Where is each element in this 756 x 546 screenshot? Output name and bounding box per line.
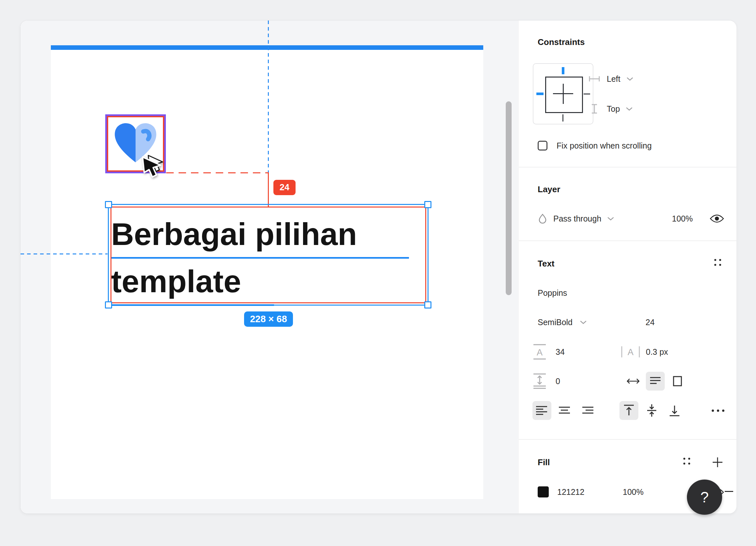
fill-hex-value[interactable]: 121212 [557,487,584,497]
chevron-down-icon [580,320,587,324]
fix-position-label: Fix position when scrolling [557,141,652,151]
constraint-bottom-tick[interactable] [562,114,563,122]
section-divider [519,439,736,440]
help-button[interactable]: ? [687,480,722,515]
fill-remove-icon[interactable] [725,491,733,492]
horizontal-constraint-value: Left [607,74,620,84]
selection-handle-bottom-right[interactable] [424,301,431,309]
section-divider [519,240,736,241]
chevron-down-icon [626,77,633,81]
constraints-widget[interactable] [533,63,593,124]
constraint-left-active-tick[interactable] [536,93,544,95]
text-align-left-button[interactable] [532,401,551,420]
paragraph-spacing-icon [533,373,546,389]
text-align-center-button[interactable] [555,401,574,420]
fill-opacity-value[interactable]: 100% [623,487,644,497]
chevron-down-icon [626,107,633,111]
blend-mode-value: Pass through [553,214,601,223]
line-height-icon: A [533,344,546,360]
line-height-value[interactable]: 34 [556,347,565,357]
spacing-badge: 24 [273,180,296,195]
app-window: 24 Berbagai pilihan template 228 × 68 [20,20,736,514]
canvas-area[interactable]: 24 Berbagai pilihan template 228 × 68 [21,21,518,513]
fill-color-swatch[interactable] [538,486,549,497]
svg-text:A: A [537,348,543,357]
text-section-title: Text [538,259,555,269]
blend-mode-droplet-icon [538,213,547,224]
resize-auto-width-button[interactable] [624,372,643,391]
text-more-options-icon[interactable] [712,409,724,412]
layer-visibility-eye-icon[interactable] [709,212,724,225]
letter-spacing-icon: A [620,344,641,359]
vertical-constraint-icon [588,103,601,114]
font-family-value: Poppins [538,288,567,298]
section-divider [519,167,736,167]
text-selection-box[interactable] [108,204,429,306]
layer-section-title: Layer [538,184,560,194]
help-button-label: ? [700,488,709,506]
font-family-dropdown[interactable]: Poppins [538,286,567,300]
text-align-right-button[interactable] [578,401,597,420]
constraint-right-tick[interactable] [584,93,590,94]
constraint-top-active-tick[interactable] [562,67,564,74]
vertical-constraint-dropdown[interactable]: Top [588,101,633,117]
text-styles-icon[interactable] [714,259,721,266]
letter-spacing-value[interactable]: 0.3 px [646,347,668,357]
horizontal-constraint-dropdown[interactable]: Left [588,71,633,87]
measure-line-dashed [166,172,268,173]
resize-auto-height-button[interactable] [646,372,665,391]
artboard-top-blue-bar[interactable] [51,45,483,50]
fix-position-checkbox[interactable] [538,141,547,151]
horizontal-constraint-icon [588,75,601,83]
svg-text:A: A [628,347,633,357]
constraints-section-title: Constraints [538,37,585,47]
vertical-align-bottom-button[interactable] [665,401,684,420]
selection-handle-bottom-left[interactable] [105,301,112,309]
properties-panel: Constraints Left Top [518,21,736,513]
blend-mode-dropdown[interactable]: Pass through [538,211,614,226]
constraints-widget-frame [545,77,583,113]
mouse-cursor-duplicate-icon [135,155,172,187]
font-size-input[interactable]: 24 [646,315,655,329]
vertical-guide-dashed [268,21,269,173]
vertical-constraint-value: Top [607,104,620,114]
paragraph-spacing-value[interactable]: 0 [556,377,560,386]
fill-add-icon[interactable] [712,456,723,469]
horizontal-guide-dashed [21,253,108,254]
resize-fixed-size-button[interactable] [668,372,687,391]
vertical-align-top-button[interactable] [619,401,638,420]
size-badge: 228 × 68 [244,311,293,327]
font-weight-dropdown[interactable]: SemiBold [538,315,587,329]
vertical-align-middle-button[interactable] [642,401,661,420]
selection-handle-top-left[interactable] [105,201,112,208]
fill-section-title: Fill [538,457,550,467]
font-weight-value: SemiBold [538,318,573,327]
layer-opacity-value[interactable]: 100% [672,214,693,223]
measure-line-solid [268,172,269,207]
chevron-down-icon [607,217,614,221]
selection-handle-top-right[interactable] [424,201,431,208]
canvas-scrollbar[interactable] [506,101,512,295]
text-measure-outline [110,207,426,303]
fill-styles-icon[interactable] [683,458,690,465]
font-size-value: 24 [646,318,655,327]
